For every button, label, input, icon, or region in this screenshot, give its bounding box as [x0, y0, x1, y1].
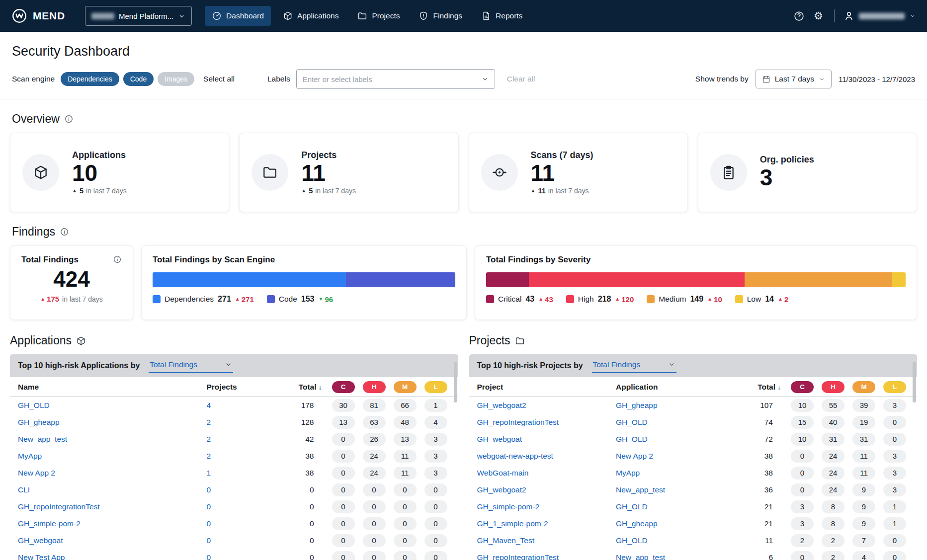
projects-sort-dropdown[interactable]: Total Findings [592, 359, 676, 373]
trend-period-dropdown[interactable]: Last 7 days [756, 70, 832, 88]
project-link[interactable]: GH_webgoat2 [477, 401, 616, 410]
info-icon[interactable] [60, 227, 69, 237]
column-header-severity-l[interactable]: L [879, 381, 910, 393]
overview-card-label: Projects [301, 150, 356, 160]
applications-sort-dropdown[interactable]: Total Findings [149, 359, 233, 373]
name-link[interactable]: New Test App [18, 553, 207, 560]
policy-icon [721, 164, 737, 180]
trend-value: 96 [325, 295, 333, 304]
severity-count-pill: 39 [852, 399, 875, 412]
project-link[interactable]: GH_webgoat2 [477, 485, 616, 494]
column-header-name[interactable]: Name [18, 383, 207, 392]
name-link[interactable]: GH_gheapp [18, 418, 207, 427]
projects-link[interactable]: 0 [207, 536, 276, 545]
severity-badge-h: H [822, 381, 844, 393]
user-menu[interactable] [843, 10, 916, 21]
projects-link[interactable]: 4 [207, 401, 276, 410]
name-link[interactable]: New_app_test [18, 435, 207, 444]
application-link[interactable]: New_app_test [616, 553, 735, 560]
table-row: GH_repoIntegrationTestGH_OLD741540190 [469, 414, 918, 431]
select-all-link[interactable]: Select all [203, 75, 235, 83]
name-link[interactable]: GH_repoIntegrationTest [18, 502, 207, 511]
applications-scrollbar[interactable] [454, 362, 457, 402]
projects-scrollbar[interactable] [913, 362, 916, 402]
application-link[interactable]: GH_gheapp [616, 401, 735, 410]
projects-link[interactable]: 1 [207, 469, 276, 478]
column-header-projects[interactable]: Projects [207, 383, 276, 392]
legend-value: 43 [525, 295, 534, 304]
scan-engine-pill-dependencies[interactable]: Dependencies [61, 72, 119, 86]
trend-period-label: in last 7 days [548, 187, 589, 195]
overview-card-label: Applications [72, 150, 127, 160]
column-header-total[interactable]: Total↓ [276, 383, 328, 392]
project-link[interactable]: GH_repoIntegrationTest [477, 553, 616, 560]
severity-count-pill: 15 [791, 416, 814, 429]
engine-legend: Dependencies271▲271Code153▼96 [153, 295, 455, 304]
column-header-project[interactable]: Project [477, 383, 616, 392]
application-link[interactable]: New_app_test [616, 485, 735, 494]
legend-label: Code [279, 295, 297, 304]
severity-cell-h: 40 [818, 416, 848, 429]
severity-count-pill: 0 [332, 433, 355, 446]
project-link[interactable]: GH_webgoat [477, 435, 616, 444]
projects-link[interactable]: 2 [207, 418, 276, 427]
scan-engine-pill-images[interactable]: Images [158, 72, 194, 86]
column-header-severity-l[interactable]: L [421, 381, 451, 393]
project-link[interactable]: GH_Maven_Test [477, 536, 616, 545]
application-link[interactable]: GH_OLD [616, 435, 735, 444]
column-header-severity-c[interactable]: C [328, 381, 359, 393]
chevron-down-icon[interactable] [481, 75, 489, 83]
application-link[interactable]: GH_OLD [616, 502, 735, 511]
total-findings-value: 21 [735, 519, 787, 528]
column-header-severity-h[interactable]: H [818, 381, 848, 393]
project-link[interactable]: GH_repoIntegrationTest [477, 418, 616, 427]
clear-all-link[interactable]: Clear all [507, 75, 535, 83]
severity-count-pill: 24 [363, 450, 386, 463]
name-link[interactable]: GH_simple-pom-2 [18, 519, 207, 528]
org-selector-dropdown[interactable]: Mend Platform... [85, 6, 192, 26]
column-header-severity-c[interactable]: C [787, 381, 818, 393]
info-icon[interactable] [64, 114, 74, 124]
name-link[interactable]: New App 2 [18, 469, 207, 478]
nav-item-label: Projects [372, 11, 400, 20]
column-header-severity-h[interactable]: H [359, 381, 390, 393]
projects-section: Projects Top 10 high-risk Projects by To… [469, 334, 918, 560]
name-link[interactable]: GH_OLD [18, 401, 207, 410]
overview-card-body: Applications10▲5in last 7 days [72, 150, 127, 195]
applications-panel-title: Top 10 high-risk Applications by [18, 361, 140, 370]
nav-item-findings[interactable]: Findings [412, 6, 469, 26]
nav-item-applications[interactable]: Applications [276, 6, 346, 26]
projects-link[interactable]: 2 [207, 435, 276, 444]
project-link[interactable]: GH_simple-pom-2 [477, 502, 616, 511]
scan-engine-pill-code[interactable]: Code [123, 72, 154, 86]
projects-link[interactable]: 0 [207, 553, 276, 560]
projects-link[interactable]: 0 [207, 502, 276, 511]
project-link[interactable]: GH_1_simple-pom-2 [477, 519, 616, 528]
projects-link[interactable]: 2 [207, 452, 276, 461]
application-link[interactable]: GH_OLD [616, 418, 735, 427]
labels-input[interactable] [296, 69, 495, 89]
application-link[interactable]: New App 2 [616, 452, 735, 461]
info-icon[interactable] [113, 255, 122, 264]
column-header-total[interactable]: Total↓ [735, 383, 787, 392]
application-link[interactable]: GH_OLD [616, 536, 735, 545]
projects-link[interactable]: 0 [207, 485, 276, 494]
name-link[interactable]: MyApp [18, 452, 207, 461]
project-link[interactable]: WebGoat-main [477, 469, 616, 478]
project-link[interactable]: webgoat-new-app-test [477, 452, 616, 461]
column-header-application[interactable]: Application [616, 383, 735, 392]
nav-item-dashboard[interactable]: Dashboard [205, 6, 271, 26]
severity-badge-l: L [883, 381, 906, 393]
mend-logo[interactable]: MEND [11, 7, 65, 24]
help-icon[interactable] [793, 10, 805, 22]
name-link[interactable]: GH_webgoat [18, 536, 207, 545]
column-header-severity-m[interactable]: M [390, 381, 421, 393]
nav-item-projects[interactable]: Projects [350, 6, 407, 26]
application-link[interactable]: MyApp [616, 469, 735, 478]
name-link[interactable]: CLI [18, 485, 207, 494]
application-link[interactable]: GH_gheapp [616, 519, 735, 528]
nav-item-reports[interactable]: Reports [474, 6, 529, 26]
projects-link[interactable]: 0 [207, 519, 276, 528]
column-header-severity-m[interactable]: M [848, 381, 879, 393]
gear-icon[interactable]: ⚙ [814, 10, 825, 22]
